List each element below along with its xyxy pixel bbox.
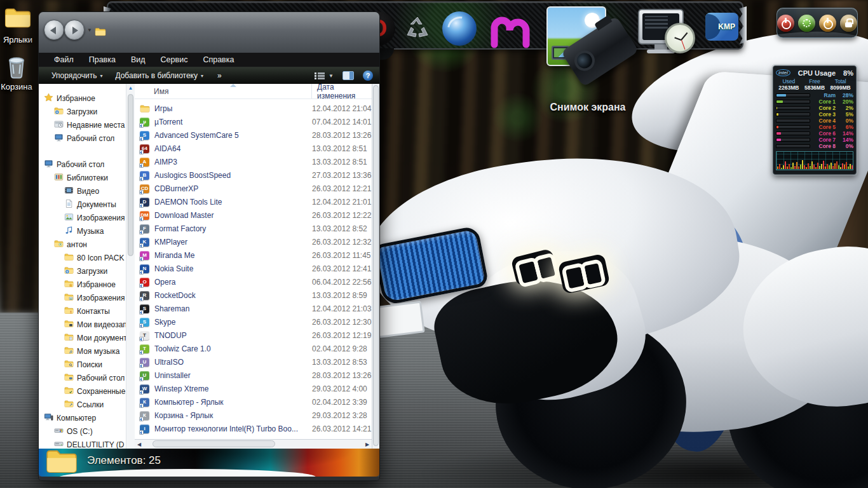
file-row[interactable]: F Format Factory 13.03.2012 8:52 bbox=[135, 222, 372, 235]
file-row[interactable]: CD CDBurnerXP 26.03.2012 12:21 bbox=[135, 182, 372, 195]
file-row[interactable]: T TNODUP 26.03.2012 12:19 bbox=[135, 329, 372, 342]
desktop-icon-shortcuts[interactable]: Ярлыки bbox=[0, 4, 41, 44]
file-row[interactable]: T Toolwiz Care 1.0 02.04.2012 9:28 bbox=[135, 342, 372, 355]
recent-pages-caret-icon[interactable]: ▼ bbox=[87, 27, 92, 33]
sidebar-item[interactable]: Музыка bbox=[39, 224, 126, 238]
sidebar-item[interactable]: антон bbox=[39, 238, 126, 251]
file-row[interactable]: M Miranda Me 26.03.2012 11:45 bbox=[135, 248, 372, 262]
file-row[interactable]: U Uninstaller 28.03.2012 13:26 bbox=[135, 369, 372, 382]
sidebar-item[interactable]: Рабочий стол bbox=[39, 158, 126, 171]
sidebar-item[interactable]: Загрузки bbox=[39, 264, 126, 278]
desktop-icon-recycle-bin[interactable]: Корзина bbox=[0, 52, 39, 92]
sidebar-item[interactable]: Документы bbox=[39, 198, 126, 211]
preview-pane-icon[interactable] bbox=[342, 71, 354, 80]
sidebar-item[interactable]: OS (C:) bbox=[39, 424, 126, 438]
change-view-icon[interactable] bbox=[315, 72, 325, 80]
menu-item-сервис[interactable]: Сервис bbox=[154, 55, 194, 64]
sidebar-item[interactable]: 80 Icon PACK bbox=[39, 251, 126, 264]
file-row[interactable]: К Компьютер - Ярлык 02.04.2012 3:39 bbox=[135, 395, 372, 409]
sidebar-item[interactable]: Видео bbox=[39, 184, 126, 198]
file-row[interactable]: S Advanced SystemCare 5 28.03.2012 13:26 bbox=[135, 128, 372, 142]
horizontal-scrollbar-thumb[interactable] bbox=[153, 440, 275, 447]
column-header-date[interactable]: Дата изменения bbox=[311, 84, 372, 98]
change-view-caret-icon[interactable]: ▼ bbox=[329, 73, 334, 79]
menu-item-справка[interactable]: Справка bbox=[196, 55, 240, 64]
file-row[interactable]: A AIMP3 13.03.2012 8:51 bbox=[135, 155, 372, 168]
file-row[interactable]: D DAEMON Tools Lite 12.04.2012 21:01 bbox=[135, 195, 372, 208]
kmplayer-dock-icon[interactable]: KMP bbox=[705, 13, 738, 41]
back-button[interactable] bbox=[44, 20, 64, 40]
forward-button[interactable] bbox=[64, 20, 85, 40]
screenshot-dock-icon[interactable] bbox=[545, 5, 630, 90]
sidebar-item[interactable]: Рабочий стол bbox=[39, 371, 126, 384]
sidebar-item[interactable]: DELLUTILITY (D ▼ bbox=[39, 438, 126, 449]
shortcut-icon: B bbox=[140, 170, 151, 180]
sidebar-item[interactable]: Избранное bbox=[39, 278, 126, 291]
sidebar-item[interactable]: Контакты bbox=[39, 304, 126, 318]
sidebar-scrollbar-thumb[interactable] bbox=[128, 94, 133, 256]
sidebar-item[interactable]: Ссылки bbox=[39, 398, 126, 411]
intel-logo-icon: intel bbox=[776, 69, 790, 76]
organize-button[interactable]: Упорядочить bbox=[45, 71, 109, 80]
file-row[interactable]: W Winstep Xtreme 29.03.2012 4:00 bbox=[135, 382, 372, 395]
recycle-dock-icon[interactable] bbox=[400, 11, 437, 46]
scroll-right-icon[interactable]: ▶ bbox=[363, 442, 372, 447]
sidebar-scrollbar[interactable]: ▲ bbox=[126, 84, 135, 449]
shortcut-icon: O bbox=[140, 277, 151, 287]
shortcut-icon: DM bbox=[140, 210, 151, 220]
sidebar-item[interactable]: Сохраненные bbox=[39, 384, 126, 398]
file-row[interactable]: DM Download Master 26.03.2012 12:22 bbox=[135, 208, 372, 222]
sidebar-item[interactable]: Недавние места bbox=[39, 118, 126, 132]
orb-dock-icon[interactable] bbox=[442, 11, 477, 46]
file-row[interactable]: i Монитор технологии Intel(R) Turbo Boo.… bbox=[135, 422, 372, 435]
list-scrollbar[interactable] bbox=[372, 84, 379, 449]
shortcut-icon: M bbox=[140, 250, 151, 261]
sidebar-item[interactable]: Загрузки bbox=[39, 105, 126, 118]
sidebar-item[interactable]: Изображения bbox=[39, 291, 126, 304]
scroll-up-icon[interactable]: ▲ bbox=[126, 85, 135, 91]
file-row[interactable]: S Shareman 12.04.2012 21:03 bbox=[135, 302, 372, 315]
monitor-clock-dock-icon[interactable] bbox=[638, 9, 696, 58]
toolbar-overflow-button[interactable]: » bbox=[210, 71, 229, 80]
shortcut-icon: S bbox=[140, 130, 151, 140]
file-row[interactable]: B Auslogics BoostSpeed 27.03.2012 13:36 bbox=[135, 168, 372, 182]
sidebar-item[interactable]: Изображения bbox=[39, 211, 126, 224]
menu-item-правка[interactable]: Правка bbox=[83, 55, 122, 64]
horizontal-scrollbar[interactable]: ◀ ▶ bbox=[135, 439, 372, 449]
column-header-name[interactable]: Имя bbox=[135, 87, 311, 96]
restart-button[interactable] bbox=[798, 15, 815, 32]
details-pane-swoosh bbox=[58, 469, 316, 477]
sidebar-item[interactable]: Библиотеки bbox=[39, 171, 126, 184]
shortcut-arrow-icon bbox=[139, 203, 144, 208]
file-row[interactable]: O Opera 06.04.2012 22:56 bbox=[135, 275, 372, 288]
standby-button[interactable] bbox=[819, 15, 836, 32]
file-row[interactable]: К Корзина - Ярлык 29.03.2012 3:28 bbox=[135, 409, 372, 422]
miranda-dock-icon[interactable] bbox=[487, 11, 535, 48]
list-scrollbar-thumb[interactable] bbox=[373, 85, 379, 446]
file-row[interactable]: 64 AIDA64 13.03.2012 8:51 bbox=[135, 142, 372, 155]
sidebar-item[interactable]: Мои документы bbox=[39, 331, 126, 344]
sidebar-item[interactable]: Мои видеозаписи bbox=[39, 318, 126, 331]
help-icon[interactable]: ? bbox=[363, 71, 373, 81]
file-date: 29.03.2012 3:28 bbox=[312, 411, 367, 420]
sidebar-item[interactable]: Рабочий стол bbox=[39, 132, 126, 145]
sidebar-item[interactable]: Поиски bbox=[39, 358, 126, 371]
sidebar-item[interactable]: Компьютер bbox=[39, 411, 126, 424]
add-to-library-button[interactable]: Добавить в библиотеку bbox=[109, 71, 210, 80]
file-row[interactable]: Игры 12.04.2012 21:04 bbox=[135, 102, 372, 115]
file-row[interactable]: U UltraISO 13.03.2012 8:53 bbox=[135, 355, 372, 369]
file-name: Format Factory bbox=[154, 224, 312, 233]
file-row[interactable]: K KMPlayer 26.03.2012 12:32 bbox=[135, 235, 372, 248]
shutdown-button[interactable] bbox=[777, 15, 794, 32]
recycle-bin-icon bbox=[0, 52, 39, 81]
lock-button[interactable] bbox=[840, 15, 857, 32]
menu-item-вид[interactable]: Вид bbox=[125, 55, 152, 64]
scroll-left-icon[interactable]: ◀ bbox=[135, 442, 144, 447]
sidebar-item[interactable]: Моя музыка bbox=[39, 344, 126, 358]
sidebar-item[interactable]: Избранное bbox=[39, 92, 126, 105]
file-row[interactable]: N Nokia Suite 26.03.2012 12:41 bbox=[135, 262, 372, 275]
file-row[interactable]: R RocketDock 13.03.2012 8:59 bbox=[135, 288, 372, 302]
file-row[interactable]: µ µTorrent 07.04.2012 14:01 bbox=[135, 115, 372, 128]
menu-item-файл[interactable]: Файл bbox=[48, 55, 80, 64]
file-row[interactable]: S Skype 26.03.2012 12:30 bbox=[135, 315, 372, 329]
